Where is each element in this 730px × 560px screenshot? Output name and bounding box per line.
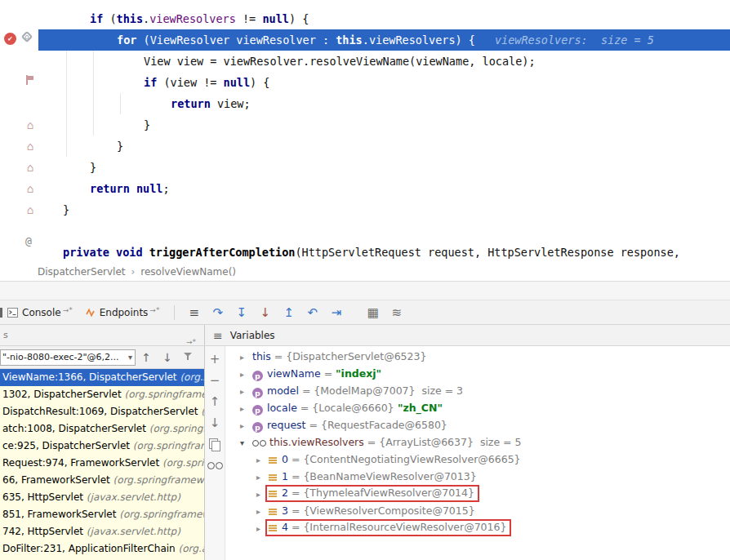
equals-sign: = bbox=[288, 521, 303, 533]
annotation-at-icon: @ bbox=[21, 234, 36, 249]
variable-content: prequest = {RequestFacade@6580} bbox=[252, 416, 447, 433]
stack-frame[interactable]: ViewName:1366, DispatcherServlet (org.sp… bbox=[0, 369, 204, 386]
move-up-icon[interactable]: ↑ bbox=[205, 391, 225, 412]
code-editor[interactable]: if (this.viewResolvers != null) {for (Vi… bbox=[0, 0, 730, 263]
stack-frame[interactable]: 66, FrameworkServlet (org.springframewor bbox=[0, 472, 204, 489]
equals-sign: = bbox=[299, 384, 314, 397]
stack-frame[interactable]: DoFilter:231, ApplicationFilterChain (or… bbox=[0, 540, 204, 558]
variable-row[interactable]: ▸plocale = {Locale@6660} "zh_CN" bbox=[225, 399, 730, 416]
variable-row[interactable]: ▾this.viewResolvers = {ArrayList@6637} s… bbox=[225, 433, 730, 451]
code-line[interactable]: if (view != null) { bbox=[0, 72, 730, 93]
chevron-collapsed-icon[interactable]: ▸ bbox=[240, 349, 252, 366]
step-out-icon[interactable]: ↥ bbox=[277, 305, 300, 320]
stack-frame[interactable]: atch:1008, DispatcherServlet (org.spring… bbox=[0, 420, 204, 438]
code-token: } bbox=[144, 118, 150, 131]
code-line[interactable]: private void triggerAfterCompletion(Http… bbox=[0, 242, 730, 263]
previous-frame-icon[interactable]: ↑ bbox=[136, 351, 157, 364]
stack-frame[interactable]: DispatchResult:1069, DispatcherServlet (… bbox=[0, 403, 204, 420]
variable-row[interactable]: ▸this = {DispatcherServlet@6523} bbox=[225, 348, 730, 365]
chevron-collapsed-icon[interactable]: ▸ bbox=[256, 451, 269, 469]
code-line[interactable] bbox=[0, 220, 730, 242]
frame-package: (org.spring bbox=[162, 457, 204, 469]
endpoints-tab-label: Endpoints bbox=[100, 307, 149, 318]
drop-frame-icon[interactable]: ↶ bbox=[300, 305, 324, 320]
chevron-collapsed-icon[interactable]: ▸ bbox=[256, 469, 269, 486]
equals-sign: = bbox=[288, 504, 303, 517]
copy-icon[interactable] bbox=[205, 433, 225, 455]
stack-frame[interactable]: 635, HttpServlet (javax.servlet.http) bbox=[0, 489, 204, 506]
code-area[interactable]: if (this.viewResolvers != null) {for (Vi… bbox=[0, 0, 730, 263]
code-line[interactable]: } bbox=[0, 114, 730, 136]
remove-watch-icon[interactable]: − bbox=[205, 370, 225, 391]
next-frame-icon[interactable]: ↓ bbox=[157, 351, 178, 364]
show-watches-icon[interactable] bbox=[205, 455, 225, 476]
filter-settings-icon[interactable]: ≋ bbox=[385, 305, 408, 320]
chevron-expanded-icon[interactable]: ▾ bbox=[240, 434, 252, 451]
code-token: triggerAfterCompletion bbox=[149, 246, 296, 259]
code-token: ) { bbox=[289, 12, 309, 25]
stack-frame[interactable]: Request:974, FrameworkServlet (org.sprin… bbox=[0, 455, 204, 472]
vars-toolbar: +−↑↓ bbox=[205, 346, 225, 560]
step-over-icon[interactable]: ↷ bbox=[206, 305, 229, 320]
chevron-collapsed-icon[interactable]: ▸ bbox=[256, 503, 269, 520]
code-token: return null bbox=[90, 182, 162, 195]
code-line[interactable]: return view; bbox=[0, 93, 730, 114]
chevron-collapsed-icon[interactable]: ▸ bbox=[240, 366, 252, 383]
tab-endpoints[interactable]: Endpoints →* bbox=[86, 307, 160, 318]
bookmark-tag-icon[interactable] bbox=[21, 31, 33, 42]
code-token: if bbox=[144, 76, 163, 89]
tab-console[interactable]: Console →* bbox=[7, 307, 73, 318]
variable-row[interactable]: ▸prequest = {RequestFacade@6580} bbox=[225, 416, 730, 433]
run-to-cursor-icon[interactable]: ⇥ bbox=[324, 305, 348, 320]
code-line[interactable]: View view = viewResolver.resolveViewName… bbox=[0, 51, 730, 72]
variable-row[interactable]: ▸0 = {ContentNegotiatingViewResolver@666… bbox=[225, 451, 730, 468]
variable-content: 0 = {ContentNegotiatingViewResolver@6665… bbox=[269, 451, 521, 468]
variable-value: {InternalResourceViewResolver@7016} bbox=[303, 521, 506, 533]
variable-row[interactable]: ▸pmodel = {ModelMap@7007} size = 3 bbox=[225, 382, 730, 399]
variables-menu-icon[interactable]: ≡ bbox=[213, 329, 223, 342]
frame-location: 635, HttpServlet bbox=[2, 491, 87, 503]
code-line[interactable]: if (this.viewResolvers != null) { bbox=[0, 8, 730, 29]
variables-title: Variables bbox=[230, 330, 275, 341]
force-step-into-icon[interactable]: ↓ bbox=[253, 305, 277, 320]
breadcrumb: DispatcherServlet›resolveViewName() bbox=[0, 263, 730, 282]
stack-frame[interactable]: 851, FrameworkServlet (org.springframewo bbox=[0, 506, 204, 523]
variable-row[interactable]: ▸3 = {ViewResolverComposite@7015} bbox=[225, 502, 730, 519]
breadcrumb-class[interactable]: DispatcherServlet bbox=[38, 266, 125, 278]
chevron-collapsed-icon[interactable]: ▸ bbox=[240, 400, 252, 417]
layout-menu-icon[interactable]: ≡ bbox=[182, 305, 206, 320]
code-line[interactable]: } bbox=[0, 136, 730, 157]
breadcrumb-method[interactable]: resolveViewName() bbox=[140, 266, 236, 278]
code-line[interactable]: } bbox=[0, 157, 730, 178]
breakpoint-hit-icon[interactable] bbox=[4, 33, 16, 45]
filter-frames-icon[interactable] bbox=[178, 352, 198, 363]
frame-location: atch:1008, DispatcherServlet bbox=[2, 423, 149, 434]
chevron-collapsed-icon[interactable]: ▸ bbox=[240, 417, 252, 434]
variable-content: this = {DispatcherServlet@6523} bbox=[252, 348, 426, 365]
add-watch-icon[interactable]: + bbox=[205, 349, 225, 370]
move-down-icon[interactable]: ↓ bbox=[205, 412, 225, 433]
code-line[interactable]: return null; bbox=[0, 178, 730, 199]
variable-row[interactable]: ▸4 = {InternalResourceViewResolver@7016} bbox=[225, 519, 730, 536]
stack-frame[interactable]: ce:925, DispatcherServlet (org.springfra… bbox=[0, 438, 204, 455]
equals-sign: = bbox=[364, 436, 379, 448]
code-line[interactable]: } bbox=[0, 199, 730, 220]
variable-name: locale bbox=[267, 402, 297, 414]
frame-nav-icons: ↑↓ bbox=[136, 351, 178, 364]
code-token: ) { bbox=[250, 76, 269, 89]
table-view-icon[interactable]: ▦ bbox=[361, 305, 385, 320]
execution-line[interactable]: for (ViewResolver viewResolver : this.vi… bbox=[38, 29, 730, 51]
console-icon bbox=[7, 308, 18, 318]
stack-frame[interactable]: 1302, DispatcherServlet (org.springframe… bbox=[0, 386, 204, 403]
console-tab-label: Console bbox=[22, 307, 61, 318]
variable-row[interactable]: ▸1 = {BeanNameViewResolver@7013} bbox=[225, 468, 730, 485]
code-token: . bbox=[143, 12, 149, 25]
frames-panel: "-nio-8080-exec-2"@6,2... ▾ ↑↓ ViewName:… bbox=[0, 346, 204, 560]
thread-selector[interactable]: "-nio-8080-exec-2"@6,2... ▾ bbox=[0, 349, 136, 366]
stack-frame[interactable]: 742, HttpServlet (javax.servlet.http) bbox=[0, 523, 204, 540]
chevron-collapsed-icon[interactable]: ▸ bbox=[240, 383, 252, 400]
step-into-icon[interactable]: ↧ bbox=[229, 305, 253, 320]
variable-row[interactable]: ▸pviewName = "indexj" bbox=[225, 365, 730, 382]
variable-row[interactable]: ▸2 = {ThymeleafViewResolver@7014} bbox=[225, 485, 730, 502]
variable-content: plocale = {Locale@6660} "zh_CN" bbox=[252, 399, 443, 416]
